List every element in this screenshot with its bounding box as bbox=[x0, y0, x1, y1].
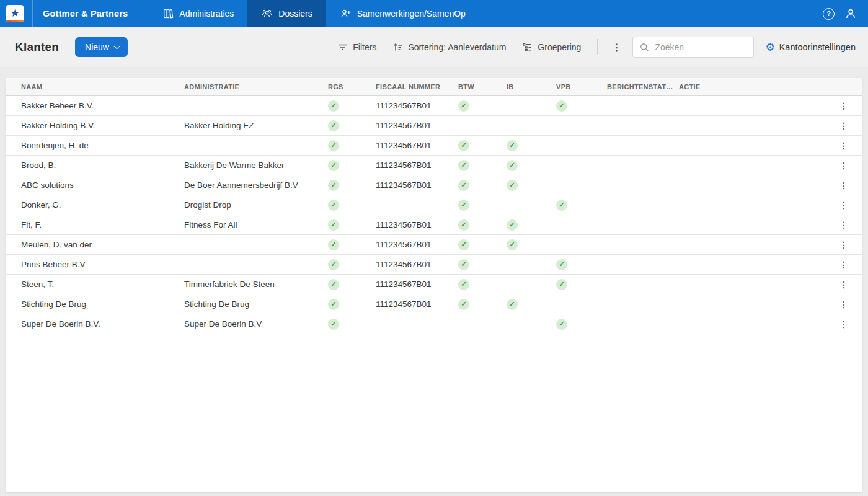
table-row[interactable]: Prins Beheer B.V ✓ 111234567B01 ✓ ✓ ⋮ bbox=[6, 255, 862, 275]
table-row[interactable]: Fit, F. Fitness For All ✓ 111234567B01 ✓… bbox=[6, 215, 862, 235]
grouping-label: Groepering bbox=[538, 42, 581, 52]
cell-rgs: ✓ bbox=[328, 219, 376, 231]
cell-naam: Boerderijen, H. de bbox=[6, 141, 184, 150]
check-icon: ✓ bbox=[328, 239, 339, 250]
search-input[interactable] bbox=[655, 42, 747, 52]
cell-ib: ✓ bbox=[507, 160, 556, 171]
cell-btw: ✓ bbox=[458, 200, 507, 211]
toolbar-divider bbox=[597, 39, 598, 55]
header-ib[interactable]: IB bbox=[507, 83, 556, 91]
user-icon[interactable] bbox=[844, 7, 857, 20]
check-icon: ✓ bbox=[458, 239, 469, 250]
header-rgs[interactable]: RGS bbox=[328, 83, 376, 91]
search-icon bbox=[639, 42, 650, 53]
cell-administratie: Bakker Holding EZ bbox=[184, 121, 328, 130]
check-icon: ✓ bbox=[328, 120, 339, 131]
nav-item-administraties[interactable]: Administraties bbox=[149, 0, 247, 27]
header-fiscaal-nummer[interactable]: FISCAAL NUMMER bbox=[376, 83, 458, 91]
table-row[interactable]: Bakker Holding B.V. Bakker Holding EZ ✓ … bbox=[6, 116, 862, 136]
cell-naam: Stichting De Brug bbox=[6, 299, 184, 309]
cell-btw: ✓ bbox=[458, 299, 507, 310]
check-icon: ✓ bbox=[507, 160, 518, 171]
table-row[interactable]: ABC solutions De Boer Aannemersbedrijf B… bbox=[6, 175, 862, 195]
table-row[interactable]: Stichting De Brug Stichting De Brug ✓ 11… bbox=[6, 294, 862, 314]
cell-fiscaal-nummer: 111234567B01 bbox=[376, 141, 458, 150]
row-kebab-menu[interactable]: ⋮ bbox=[837, 121, 851, 131]
row-kebab-menu[interactable]: ⋮ bbox=[837, 240, 851, 250]
check-icon: ✓ bbox=[507, 180, 518, 191]
nav-item-dossiers[interactable]: Dossiers bbox=[247, 0, 326, 27]
cell-actie: ⋮ bbox=[679, 121, 862, 131]
row-kebab-menu[interactable]: ⋮ bbox=[837, 141, 851, 151]
help-icon[interactable]: ? bbox=[823, 8, 835, 20]
help-glyph: ? bbox=[826, 10, 831, 17]
table-row[interactable]: Steen, T. Timmerfabriek De Steen ✓ 11123… bbox=[6, 275, 862, 294]
row-kebab-menu[interactable]: ⋮ bbox=[837, 319, 851, 329]
new-button-label: Nieuw bbox=[85, 42, 109, 52]
star-icon: ★ bbox=[10, 8, 19, 19]
cell-vpb: ✓ bbox=[556, 279, 607, 290]
cell-btw: ✓ bbox=[458, 100, 507, 112]
brand-name: Gottmer & Partners bbox=[33, 0, 138, 27]
cell-btw: ✓ bbox=[458, 160, 507, 171]
row-kebab-menu[interactable]: ⋮ bbox=[837, 280, 851, 290]
grouping-icon bbox=[522, 42, 533, 52]
cell-actie: ⋮ bbox=[679, 161, 862, 170]
sorting-button[interactable]: Sortering: Aanleverdatum bbox=[392, 42, 506, 52]
cell-naam: Prins Beheer B.V bbox=[6, 260, 184, 269]
filters-button[interactable]: Filters bbox=[337, 42, 376, 52]
filter-icon bbox=[337, 42, 348, 52]
cell-actie: ⋮ bbox=[679, 260, 862, 270]
cell-administratie: Timmerfabriek De Steen bbox=[184, 280, 328, 289]
check-icon: ✓ bbox=[328, 319, 339, 330]
cell-rgs: ✓ bbox=[328, 259, 376, 270]
nav-label: Dossiers bbox=[278, 9, 312, 19]
table-row[interactable]: Bakker Beheer B.V. ✓ 111234567B01 ✓ ✓ ⋮ bbox=[6, 96, 862, 116]
table-row[interactable]: Meulen, D. van der ✓ 111234567B01 ✓ ✓ ⋮ bbox=[6, 235, 862, 255]
cell-vpb: ✓ bbox=[556, 200, 607, 211]
check-icon: ✓ bbox=[328, 299, 339, 310]
check-icon: ✓ bbox=[507, 219, 518, 231]
header-vpb[interactable]: VPB bbox=[556, 83, 607, 91]
header-btw[interactable]: BTW bbox=[458, 83, 507, 91]
header-administratie[interactable]: ADMINISTRATIE bbox=[184, 83, 328, 91]
cell-administratie: Bakkerij De Warme Bakker bbox=[184, 161, 328, 170]
cell-actie: ⋮ bbox=[679, 280, 862, 290]
office-settings-button[interactable]: ⚙ Kantoorinstellingen bbox=[765, 42, 856, 53]
cell-vpb: ✓ bbox=[556, 319, 607, 330]
header-naam[interactable]: NAAM bbox=[6, 83, 184, 91]
app-logo[interactable]: ★ bbox=[6, 5, 24, 22]
cell-fiscaal-nummer: 111234567B01 bbox=[376, 240, 458, 249]
cell-actie: ⋮ bbox=[679, 180, 862, 190]
chevron-down-icon bbox=[114, 43, 120, 49]
table-row[interactable]: Brood, B. Bakkerij De Warme Bakker ✓ 111… bbox=[6, 156, 862, 175]
header-actie: ACTIE bbox=[679, 83, 862, 91]
table-row[interactable]: Boerderijen, H. de ✓ 111234567B01 ✓ ✓ ⋮ bbox=[6, 136, 862, 156]
nav-item-samenwerkingen[interactable]: Samenwerkingen/SamenOp bbox=[326, 0, 479, 27]
cell-rgs: ✓ bbox=[328, 140, 376, 151]
row-kebab-menu[interactable]: ⋮ bbox=[837, 161, 851, 170]
row-kebab-menu[interactable]: ⋮ bbox=[837, 101, 851, 111]
row-kebab-menu[interactable]: ⋮ bbox=[837, 299, 851, 309]
row-kebab-menu[interactable]: ⋮ bbox=[837, 220, 851, 230]
toolbar-kebab-menu[interactable]: ⋮ bbox=[606, 42, 626, 53]
library-icon bbox=[162, 8, 174, 19]
main-nav: Administraties Dossiers bbox=[149, 0, 479, 27]
row-kebab-menu[interactable]: ⋮ bbox=[837, 180, 851, 190]
table-body: Bakker Beheer B.V. ✓ 111234567B01 ✓ ✓ ⋮ … bbox=[6, 96, 862, 334]
table-row[interactable]: Donker, G. Drogist Drop ✓ ✓ ✓ ⋮ bbox=[6, 195, 862, 215]
grouping-button[interactable]: Groepering bbox=[522, 42, 581, 52]
row-kebab-menu[interactable]: ⋮ bbox=[837, 260, 851, 270]
row-kebab-menu[interactable]: ⋮ bbox=[837, 200, 851, 210]
cell-vpb: ✓ bbox=[556, 259, 607, 270]
table-row[interactable]: Super De Boerin B.V. Super De Boerin B.V… bbox=[6, 314, 862, 334]
cell-btw: ✓ bbox=[458, 259, 507, 270]
cell-ib: ✓ bbox=[507, 180, 556, 191]
logo-stripe bbox=[6, 20, 24, 22]
new-button[interactable]: Nieuw bbox=[75, 37, 128, 57]
nav-label: Samenwerkingen/SamenOp bbox=[357, 9, 466, 19]
check-icon: ✓ bbox=[458, 279, 469, 290]
header-berichtenstatus[interactable]: BERICHTENSTATUS bbox=[607, 83, 679, 91]
check-icon: ✓ bbox=[556, 200, 567, 211]
cell-actie: ⋮ bbox=[679, 240, 862, 250]
